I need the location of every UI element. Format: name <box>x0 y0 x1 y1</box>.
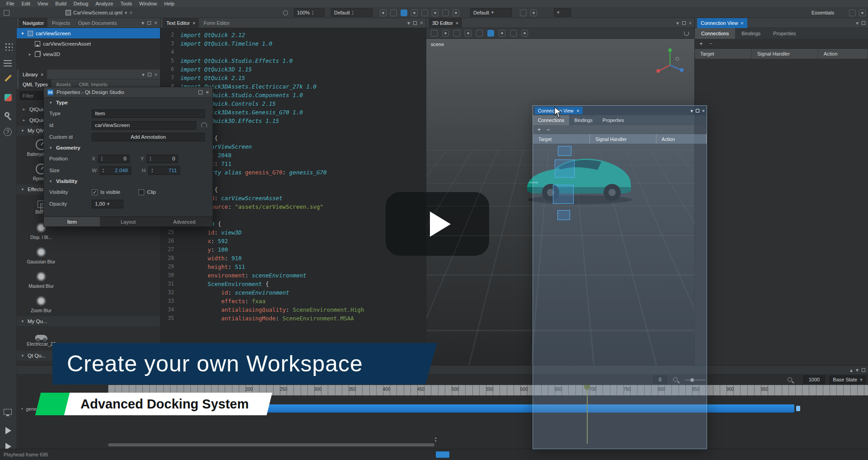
camera-icon[interactable] <box>499 30 505 37</box>
rotate-tool-icon[interactable] <box>453 30 460 37</box>
timeline-scrollbar[interactable] <box>108 443 434 446</box>
debug-mode-icon[interactable] <box>4 93 13 103</box>
chevron-down-icon[interactable]: ▾ <box>407 20 410 26</box>
tree-item-carviewscreen[interactable]: ▾carViewScreen <box>17 28 160 38</box>
chevron-down-icon[interactable]: ▾ <box>676 20 679 26</box>
reset-id-icon[interactable] <box>201 122 207 128</box>
tab-text-editor[interactable]: Text Editor× <box>163 18 199 28</box>
panel-resize-handle[interactable]: ▴ ▾ <box>435 436 437 442</box>
stepper-down-icon[interactable]: ▾ <box>101 159 103 161</box>
grid-view-icon[interactable] <box>432 9 439 16</box>
kit-select[interactable]: Default ▾ <box>470 8 512 17</box>
split-view-icon[interactable] <box>442 9 449 16</box>
tree-item-view3d[interactable]: ▸view3D <box>17 49 160 59</box>
close-dialog-icon[interactable]: × <box>206 89 209 95</box>
selection-rect[interactable] <box>553 185 574 204</box>
mini-selection-widget[interactable] <box>436 451 449 458</box>
selection-rect[interactable] <box>558 146 571 156</box>
chevron-down-icon[interactable]: ▾ <box>691 108 693 113</box>
tab-properties[interactable]: Properties <box>767 28 802 39</box>
zoom-in-icon[interactable] <box>788 377 792 382</box>
local-global-icon[interactable] <box>487 30 494 37</box>
stepper-down-icon[interactable]: ▾ <box>151 170 153 173</box>
overlay-select[interactable]: ▾ <box>554 8 571 17</box>
tab-library[interactable]: Library × <box>19 70 47 80</box>
remove-connection-button[interactable]: − <box>709 40 713 47</box>
float-panel-icon[interactable] <box>862 21 865 25</box>
stepper-down-icon[interactable]: ▾ <box>312 13 313 15</box>
state-selector[interactable]: Base State ▾ <box>830 376 866 384</box>
workspace-icon[interactable] <box>530 9 537 16</box>
chevron-down-icon[interactable]: ▾ <box>557 9 560 15</box>
zoom-select[interactable]: 100% ▴▾ <box>294 8 325 17</box>
chevron-down-icon[interactable]: ▾ <box>107 201 109 207</box>
feedback-icon[interactable] <box>859 7 866 18</box>
design-mode-icon[interactable] <box>4 74 13 84</box>
float-panel-icon[interactable] <box>413 21 417 25</box>
stepper-down-icon[interactable]: ▾ <box>103 170 104 173</box>
close-icon[interactable]: × <box>456 20 458 26</box>
light-icon[interactable] <box>510 30 517 37</box>
close-icon[interactable]: × <box>41 72 43 77</box>
properties-dialog[interactable]: DS Properties - Qt Design Studio × ▾ Typ… <box>43 87 213 227</box>
selection-rect[interactable] <box>557 210 570 220</box>
menu-item-window[interactable]: Window <box>136 0 160 7</box>
video-play-button[interactable] <box>386 192 489 256</box>
snap-toggle-icon[interactable] <box>476 30 483 37</box>
menu-item-file[interactable]: File <box>3 0 18 7</box>
live-preview-icon[interactable] <box>4 409 13 418</box>
stepper-down-icon[interactable]: ▾ <box>352 13 354 15</box>
y-field[interactable]: ▴▾0 <box>146 155 178 163</box>
close-panel-icon[interactable]: × <box>702 108 705 113</box>
chevron-down-icon[interactable]: ▾ <box>142 20 144 26</box>
tab-open-documents[interactable]: Open Documents <box>75 18 121 28</box>
menu-item-tools[interactable]: Tools <box>117 0 136 7</box>
visibility-icon[interactable] <box>411 9 418 16</box>
zoom-stepper[interactable]: ▴▾ <box>312 10 313 15</box>
is-visible-checkbox[interactable]: ✓ <box>92 189 98 195</box>
chevron-up-icon[interactable]: ▴ <box>850 367 853 373</box>
preview-icon[interactable] <box>283 7 288 18</box>
library-item-masked-blur[interactable]: Masked Blur <box>17 268 66 292</box>
tab-form-editor[interactable]: Form Editor <box>200 18 233 28</box>
axis-gizmo[interactable] <box>655 47 685 78</box>
app-icon[interactable] <box>4 7 9 18</box>
maximize-icon[interactable] <box>198 90 203 94</box>
style-stepper[interactable]: ▴▾ <box>352 10 354 15</box>
float-panel-icon[interactable] <box>862 368 865 372</box>
show-bounding-icon[interactable] <box>380 9 387 16</box>
select-tool-icon[interactable] <box>431 30 438 37</box>
clip-checkbox[interactable] <box>138 189 144 195</box>
menu-item-analyze[interactable]: Analyze <box>92 0 117 7</box>
close-panel-icon[interactable]: × <box>154 20 157 26</box>
library-section-my-qu[interactable]: ▾My Qu... <box>17 316 160 326</box>
tab-bindings[interactable]: Bindings <box>735 28 767 39</box>
tab-connections[interactable]: Connections <box>533 115 569 125</box>
reset-view-icon[interactable] <box>684 31 689 36</box>
width-field[interactable]: ▴▾2.048 <box>99 166 131 175</box>
tab-layout[interactable]: Layout <box>100 217 156 226</box>
active-tool-icon[interactable] <box>401 9 407 16</box>
close-panel-icon[interactable]: × <box>689 20 692 26</box>
float-panel-icon[interactable] <box>696 109 699 113</box>
merge-icon[interactable] <box>453 9 459 16</box>
tab-navigator[interactable]: Navigator <box>19 18 47 28</box>
tab-item[interactable]: Item <box>44 217 100 226</box>
menu-item-build[interactable]: Build <box>52 0 70 7</box>
document-selector[interactable]: CarViewScreen.ui.qml ▾ × <box>66 7 132 18</box>
tab-properties[interactable]: Properties <box>598 115 629 125</box>
close-panel-icon[interactable]: × <box>420 20 423 26</box>
chevron-down-icon[interactable]: ▾ <box>125 10 127 16</box>
section-type[interactable]: ▾ Type <box>44 98 212 108</box>
tab-advanced[interactable]: Advanced <box>156 217 212 226</box>
tab-projects[interactable]: Projects <box>48 18 74 28</box>
close-panel-icon[interactable]: × <box>155 72 157 77</box>
menu-item-help[interactable]: Help <box>160 0 178 7</box>
float-panel-icon[interactable] <box>147 21 151 25</box>
tools-icon[interactable] <box>4 111 13 121</box>
tree-item-carviewscreenasset[interactable]: carViewScreenAsset <box>17 38 160 49</box>
chevron-down-icon[interactable]: ▾ <box>142 72 145 78</box>
remove-connection-button[interactable]: − <box>547 127 550 133</box>
tab-connections[interactable]: Connections <box>695 28 735 39</box>
chevron-down-icon[interactable]: ▾ <box>491 9 494 15</box>
